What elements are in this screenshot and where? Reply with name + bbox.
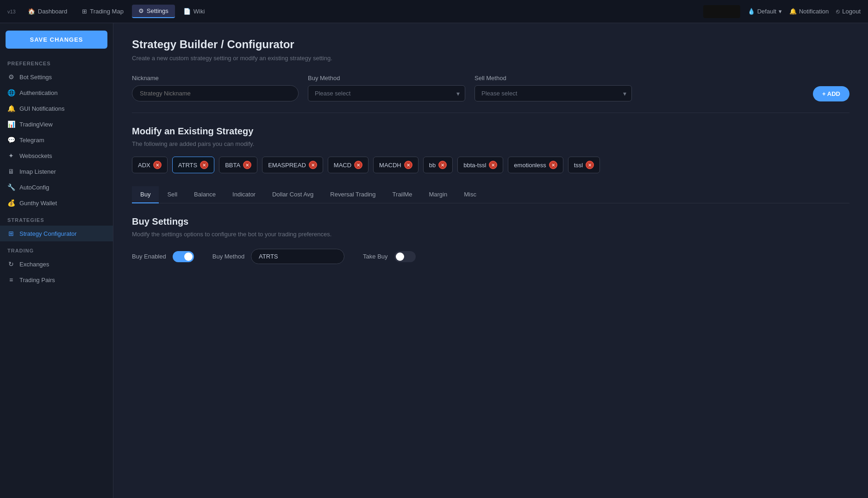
chart-icon: 📊 <box>7 120 15 128</box>
tab-balance[interactable]: Balance <box>186 186 224 203</box>
strategy-tag-macdh[interactable]: MACDH ✕ <box>373 157 418 173</box>
buy-method-value-input[interactable] <box>251 249 344 264</box>
buy-method-setting: Buy Method <box>212 249 344 264</box>
strategy-tags-container: ADX ✕ ATRTS ✕ BBTA ✕ EMASPREAD ✕ MACD ✕ <box>132 157 849 173</box>
chat-icon: 💬 <box>7 136 15 144</box>
tab-buy[interactable]: Buy <box>132 186 159 203</box>
remove-emotionless-button[interactable]: ✕ <box>549 161 557 169</box>
wrench-icon: 🔧 <box>7 183 15 191</box>
take-buy-toggle[interactable] <box>394 251 416 262</box>
tab-trailme[interactable]: TrailMe <box>384 186 421 203</box>
remove-tssl-button[interactable]: ✕ <box>586 161 594 169</box>
buy-settings-title: Buy Settings <box>132 216 849 227</box>
websocket-icon: ✦ <box>7 152 15 159</box>
strategy-tag-emaspread[interactable]: EMASPREAD ✕ <box>262 157 323 173</box>
sell-method-select-wrapper: Please select <box>475 85 632 101</box>
topnav-right: 💧 Default ▾ 🔔 Notification ⎋ Logout <box>703 5 861 18</box>
layout: SAVE CHANGES Preferences ⚙ Bot Settings … <box>0 23 868 498</box>
nav-settings[interactable]: ⚙ Settings <box>132 5 175 18</box>
sidebar-item-exchanges[interactable]: ↻ Exchanges <box>0 256 113 272</box>
page-title: Strategy Builder / Configurator <box>132 38 849 51</box>
sell-method-label: Sell Method <box>475 75 632 82</box>
exchange-icon: ↻ <box>7 260 15 268</box>
save-changes-button[interactable]: SAVE CHANGES <box>6 31 107 49</box>
strategy-tag-adx[interactable]: ADX ✕ <box>132 157 168 173</box>
take-buy-slider <box>394 251 416 262</box>
sidebar-section-trading: Trading ↻ Exchanges ≡ Trading Pairs <box>0 241 113 288</box>
sidebar-item-tradingview[interactable]: 📊 TradingView <box>0 116 113 132</box>
strategy-tag-tssl[interactable]: tssl ✕ <box>568 157 600 173</box>
sidebar-item-authentication[interactable]: 🌐 Authentication <box>0 85 113 101</box>
topnav: v13 🏠 Dashboard ⊞ Trading Map ⚙ Settings… <box>0 0 868 23</box>
avatar <box>703 5 740 18</box>
settings-icon: ⚙ <box>138 7 144 14</box>
globe-icon: 🌐 <box>7 89 15 96</box>
main-content: Strategy Builder / Configurator Create a… <box>113 23 868 498</box>
grid-icon: ⊞ <box>82 8 87 15</box>
wiki-icon: 📄 <box>183 8 191 15</box>
sidebar-item-strategy-configurator[interactable]: ⊞ Strategy Configurator <box>0 226 113 241</box>
buy-method-field-label: Buy Method <box>212 253 244 260</box>
sidebar-section-label-trading: Trading <box>0 241 113 256</box>
remove-bbta-tssl-button[interactable]: ✕ <box>489 161 497 169</box>
add-button[interactable]: + ADD <box>813 86 849 101</box>
nav-trading-map[interactable]: ⊞ Trading Map <box>75 5 130 18</box>
sidebar-item-gunthy-wallet[interactable]: 💰 Gunthy Wallet <box>0 195 113 211</box>
logout-icon: ⎋ <box>836 8 840 15</box>
buy-enabled-toggle[interactable] <box>173 251 194 262</box>
take-buy-label: Take Buy <box>363 253 387 260</box>
remove-bb-button[interactable]: ✕ <box>438 161 447 169</box>
strategy-tag-bbta-tssl[interactable]: bbta-tssl ✕ <box>457 157 503 173</box>
sidebar-item-gui-notifications[interactable]: 🔔 GUI Notifications <box>0 101 113 116</box>
sidebar: SAVE CHANGES Preferences ⚙ Bot Settings … <box>0 23 113 498</box>
nickname-input[interactable] <box>132 85 299 101</box>
strategy-tag-bbta[interactable]: BBTA ✕ <box>219 157 257 173</box>
buy-method-select-wrapper: Please select <box>308 85 465 101</box>
strategy-tag-macd[interactable]: MACD ✕ <box>328 157 368 173</box>
page-subtitle: Create a new custom strategy setting or … <box>132 55 849 62</box>
tab-misc[interactable]: Misc <box>456 186 485 203</box>
tab-indicator[interactable]: Indicator <box>224 186 264 203</box>
tab-dollar-cost-avg[interactable]: Dollar Cost Avg <box>264 186 322 203</box>
nav-wiki[interactable]: 📄 Wiki <box>177 5 212 18</box>
sell-method-group: Sell Method Please select <box>475 75 632 101</box>
modify-section-title: Modify an Existing Strategy <box>132 126 849 137</box>
sidebar-item-bot-settings[interactable]: ⚙ Bot Settings <box>0 69 113 85</box>
gear-icon: ⚙ <box>7 73 15 81</box>
nav-default[interactable]: 💧 Default ▾ <box>748 8 782 15</box>
wallet-icon: 💰 <box>7 199 15 207</box>
sidebar-item-imap-listener[interactable]: 🖥 Imap Listener <box>0 164 113 179</box>
remove-bbta-button[interactable]: ✕ <box>243 161 251 169</box>
pairs-icon: ≡ <box>7 276 15 284</box>
nav-dashboard[interactable]: 🏠 Dashboard <box>21 5 74 18</box>
sidebar-section-label-strategies: Strategies <box>0 211 113 226</box>
tab-sell[interactable]: Sell <box>159 186 186 203</box>
sidebar-section-strategies: Strategies ⊞ Strategy Configurator <box>0 211 113 241</box>
sell-method-select[interactable]: Please select <box>475 85 632 101</box>
take-buy-setting: Take Buy <box>363 251 415 262</box>
remove-adx-button[interactable]: ✕ <box>153 161 162 169</box>
sidebar-item-websockets[interactable]: ✦ Websockets <box>0 148 113 164</box>
sidebar-item-trading-pairs[interactable]: ≡ Trading Pairs <box>0 272 113 288</box>
buy-settings-subtitle: Modify the settings options to configure… <box>132 231 849 238</box>
remove-macd-button[interactable]: ✕ <box>354 161 362 169</box>
strategy-tag-bb[interactable]: bb ✕ <box>423 157 453 173</box>
app-version: v13 <box>7 9 16 14</box>
remove-macdh-button[interactable]: ✕ <box>404 161 412 169</box>
tab-margin[interactable]: Margin <box>420 186 456 203</box>
buy-method-select[interactable]: Please select <box>308 85 465 101</box>
strategy-tag-atrts[interactable]: ATRTS ✕ <box>172 157 214 173</box>
home-icon: 🏠 <box>28 8 35 15</box>
strategy-tag-emotionless[interactable]: emotionless ✕ <box>508 157 563 173</box>
toggle-slider <box>173 251 194 262</box>
tab-reversal-trading[interactable]: Reversal Trading <box>322 186 384 203</box>
nav-logout[interactable]: ⎋ Logout <box>836 8 861 15</box>
sidebar-item-telegram[interactable]: 💬 Telegram <box>0 132 113 148</box>
chevron-down-icon: ▾ <box>779 8 782 15</box>
remove-emaspread-button[interactable]: ✕ <box>309 161 317 169</box>
droplet-icon: 💧 <box>748 8 755 15</box>
sidebar-item-autoconfig[interactable]: 🔧 AutoConfig <box>0 179 113 195</box>
bell-icon: 🔔 <box>7 105 15 112</box>
remove-atrts-button[interactable]: ✕ <box>200 161 208 169</box>
nav-notification[interactable]: 🔔 Notification <box>789 8 829 15</box>
